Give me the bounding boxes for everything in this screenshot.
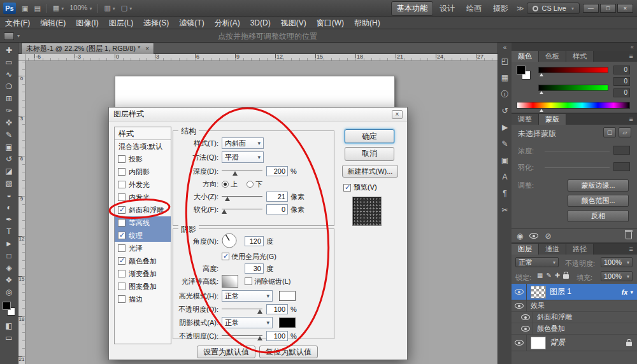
zoom-level[interactable]: 100% [69, 0, 92, 17]
slider-thumb[interactable] [222, 209, 227, 214]
reset-default-button[interactable]: 复位为默认值 [259, 346, 318, 358]
tab-styles[interactable]: 样式 [566, 51, 594, 62]
mask-adjust-button[interactable]: 蒙版边缘... [568, 179, 629, 192]
brush-tool[interactable]: ✎ [1, 129, 17, 141]
fill-select[interactable]: 100% [601, 271, 633, 281]
green-slider[interactable] [538, 85, 608, 91]
soften-input[interactable]: 0 [266, 204, 288, 214]
collapse-panels-icon[interactable]: « [503, 43, 507, 53]
preview-checkbox[interactable] [343, 184, 351, 192]
opacity-select[interactable]: 100% [601, 257, 633, 267]
shadow-color-swatch[interactable] [279, 318, 296, 328]
slider-thumb[interactable] [540, 109, 543, 112]
technique-select[interactable]: 平滑 [222, 151, 264, 163]
direction-down-radio[interactable] [247, 181, 254, 188]
visibility-toggle[interactable] [512, 300, 527, 312]
quick-mask-button[interactable]: ◧ [1, 320, 17, 332]
navigator-panel-icon[interactable]: ◰ [498, 54, 512, 68]
cs-live-button[interactable]: CS Live [527, 3, 580, 14]
style-item[interactable]: 描边 [115, 293, 171, 305]
shadow-opacity-slider[interactable] [222, 332, 262, 340]
lock-position-icon[interactable]: ✚ [555, 272, 560, 279]
style-item[interactable]: 渐变叠加 [115, 267, 171, 280]
lock-all-icon[interactable] [563, 274, 569, 279]
clone-source-panel-icon[interactable]: ▣ [498, 153, 512, 167]
style-checkbox[interactable] [118, 244, 125, 252]
style-item[interactable]: 图案叠加 [115, 280, 171, 293]
layer-row-layer1[interactable]: 图层 1 fx ▾ [512, 284, 637, 300]
slider-thumb[interactable] [233, 171, 238, 176]
style-checkbox[interactable] [118, 193, 125, 201]
gloss-contour-swatch[interactable] [222, 275, 238, 288]
collapse-effects-icon[interactable]: ▾ [630, 289, 633, 295]
path-select-tool[interactable]: ► [1, 238, 17, 250]
style-checkbox[interactable] [118, 257, 125, 265]
workspace-design[interactable]: 设计 [434, 2, 460, 15]
brush-panel-icon[interactable]: ✎ [498, 137, 512, 151]
slider-thumb[interactable] [540, 73, 543, 76]
blend-mode-select[interactable]: 正常 [515, 257, 559, 267]
3d-rotate-tool[interactable]: ◈ [1, 262, 17, 274]
cancel-button[interactable]: 取消 [345, 147, 394, 161]
history-brush-tool[interactable]: ↺ [1, 153, 17, 165]
delete-mask-icon[interactable] [626, 232, 632, 239]
dialog-close-icon[interactable]: × [392, 110, 403, 119]
menu-item[interactable]: 帮助(H) [349, 17, 385, 29]
slider-thumb[interactable] [540, 91, 543, 94]
effects-row[interactable]: 效果 [512, 300, 637, 312]
highlight-color-swatch[interactable] [279, 291, 296, 301]
pen-tool[interactable]: ✒ [1, 214, 17, 226]
menu-item[interactable]: 3D(D) [245, 17, 276, 29]
style-checkbox[interactable] [118, 295, 125, 303]
dialog-titlebar[interactable]: 图层样式 × [109, 108, 407, 122]
view-extras-icon[interactable]: ▦ [53, 0, 64, 17]
antialias-checkbox[interactable] [245, 277, 252, 285]
shape-tool[interactable]: □ [1, 250, 17, 262]
style-checkbox[interactable] [118, 232, 125, 239]
size-input[interactable]: 21 [266, 192, 288, 202]
altitude-input[interactable]: 30 [245, 263, 264, 274]
hand-tool[interactable]: ❖ [1, 274, 17, 286]
style-checkbox[interactable] [118, 270, 125, 277]
mask-enable-icon[interactable] [529, 233, 538, 239]
style-checkbox[interactable] [118, 206, 125, 214]
bevel-style-select[interactable]: 内斜面 [222, 137, 264, 149]
menu-item[interactable]: 图层(L) [104, 17, 139, 29]
menu-item[interactable]: 文件(F) [0, 17, 35, 29]
ok-button[interactable]: 确定 [345, 129, 394, 143]
paragraph-panel-icon[interactable]: ¶ [498, 186, 512, 200]
slider-thumb[interactable] [257, 309, 262, 314]
style-item[interactable]: 颜色叠加 [115, 255, 171, 267]
tab-color[interactable]: 颜色 [512, 51, 539, 62]
style-checkbox[interactable] [118, 155, 125, 163]
more-workspaces-icon[interactable]: ≫ [517, 0, 524, 17]
layer-name[interactable]: 图层 1 [550, 286, 571, 297]
foreground-color-swatch[interactable] [3, 302, 11, 310]
lock-transparency-icon[interactable]: ▦ [537, 272, 543, 279]
menu-item[interactable]: 图像(I) [71, 17, 103, 29]
visibility-toggle[interactable] [518, 323, 533, 335]
style-item[interactable]: 外发光 [115, 178, 171, 191]
shadow-mode-select[interactable]: 正常 [222, 317, 273, 328]
style-item[interactable]: 内阴影 [115, 165, 171, 178]
red-value[interactable]: 0 [613, 66, 630, 74]
layer-thumbnail[interactable] [531, 286, 546, 298]
workspace-painting[interactable]: 绘画 [461, 2, 487, 15]
quick-select-tool[interactable]: ❍ [1, 81, 17, 93]
tab-channels[interactable]: 通道 [539, 244, 566, 255]
actions-panel-icon[interactable]: ▶ [498, 120, 512, 134]
style-item[interactable]: 内发光 [115, 191, 171, 204]
set-default-button[interactable]: 设置为默认值 [197, 346, 255, 358]
expand-dock-icon[interactable]: « [631, 44, 634, 50]
menu-item[interactable]: 滤镜(T) [174, 17, 209, 29]
menu-item[interactable]: 分析(A) [210, 17, 245, 29]
layer-row-background[interactable]: 背景 [512, 335, 637, 351]
screen-mode-icon[interactable]: ▢ [121, 0, 132, 17]
color-fg-bg-swatches[interactable] [517, 66, 533, 82]
visibility-toggle[interactable] [518, 312, 533, 323]
bridge-icon[interactable]: ▣ [22, 0, 28, 17]
style-item[interactable]: 投影 [115, 153, 171, 165]
horizontal-ruler[interactable]: -6-30369121518212427 [25, 54, 497, 61]
load-selection-icon[interactable]: ◉ [517, 232, 523, 241]
minimize-button[interactable]: — [583, 4, 599, 13]
